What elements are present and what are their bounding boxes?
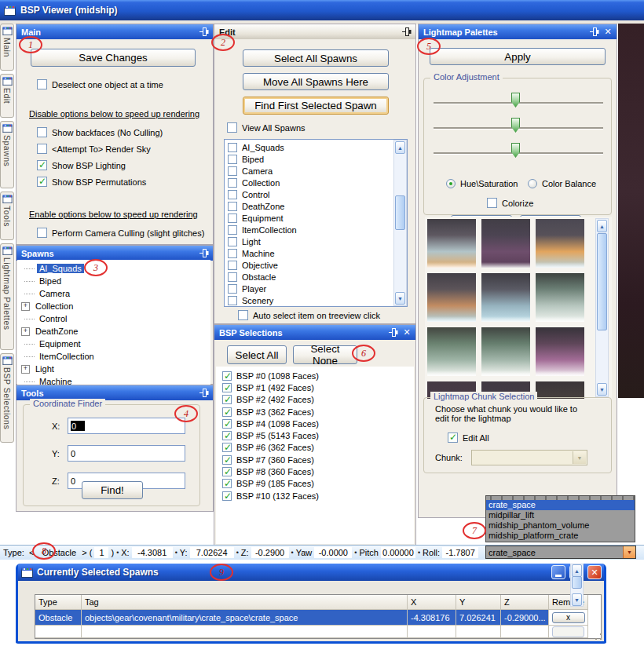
checkbox-show-bsp-lighting[interactable] xyxy=(37,160,47,170)
bsp-item-bsp-6-362-faces[interactable]: BSP #6 (362 Faces) xyxy=(222,442,414,454)
coord-input-y[interactable]: 0 xyxy=(68,445,185,462)
checkbox-control[interactable] xyxy=(228,190,237,199)
checklist-item-deathzone[interactable]: DeathZone xyxy=(228,200,407,212)
pin-icon[interactable] xyxy=(199,249,210,257)
checkbox-deathzone[interactable] xyxy=(228,202,237,211)
pin-icon[interactable] xyxy=(402,27,412,36)
checkbox-bsp-5-5143-faces[interactable] xyxy=(222,431,232,440)
select-all-button[interactable]: Select All xyxy=(227,345,287,364)
column-header-z[interactable]: Z xyxy=(501,595,549,610)
bsp-item-bsp-5-5143-faces[interactable]: BSP #5 (5143 Faces) xyxy=(222,429,414,441)
checkbox-bsp-10-132-faces[interactable] xyxy=(222,491,232,501)
scroll-up-arrow[interactable]: ▲ xyxy=(395,141,405,154)
lightmap-thumbnail-8[interactable] xyxy=(536,327,584,376)
tree-item-light[interactable]: +Light xyxy=(17,363,210,375)
move-all-spawns-button[interactable]: Move All Spawns Here xyxy=(243,73,389,90)
pin-icon[interactable] xyxy=(199,27,210,36)
lightmap-thumbnail-1[interactable] xyxy=(481,219,530,268)
checkbox-machine[interactable] xyxy=(228,249,237,258)
checkbox-bsp-9-185-faces[interactable] xyxy=(222,479,232,488)
checkbox-bsp-3-362-faces[interactable] xyxy=(222,407,232,417)
lightmap-thumbnail-0[interactable] xyxy=(427,219,476,268)
tree-item-itemcollection[interactable]: ItemCollection xyxy=(17,350,210,363)
checkbox-perform-camera-culling-slight-glitches[interactable] xyxy=(37,228,47,238)
bsp-item-bsp-4-1098-faces[interactable]: BSP #4 (1098 Faces) xyxy=(222,418,414,429)
select-all-spawns-button[interactable]: Select All Spawns xyxy=(243,49,389,67)
checklist-item-player[interactable]: Player xyxy=(228,283,407,294)
tree-item-control[interactable]: Control xyxy=(17,312,210,325)
lightmap-thumbnail-5[interactable] xyxy=(536,273,584,322)
scroll-up-arrow[interactable]: ▲ xyxy=(597,220,607,232)
lightmap-thumbnail-7[interactable] xyxy=(481,327,530,376)
bsp-item-bsp-0-1098-faces[interactable]: BSP #0 (1098 Faces) xyxy=(222,370,414,381)
tree-item-equipment[interactable]: Equipment xyxy=(17,338,210,350)
saturation-slider-thumb[interactable] xyxy=(511,118,520,133)
tree-item-biped[interactable]: Biped xyxy=(17,275,210,287)
close-icon[interactable]: ✕ xyxy=(602,27,613,37)
find-button[interactable]: Find! xyxy=(82,481,143,499)
checkbox-attempt-to-render-sky[interactable] xyxy=(37,144,47,154)
scroll-down-arrow[interactable]: ▼ xyxy=(395,292,405,305)
checkbox-player[interactable] xyxy=(228,284,237,294)
chevron-down-icon[interactable]: ▼ xyxy=(623,546,635,558)
checkbox-biped[interactable] xyxy=(228,155,237,164)
lightmap-thumbnail-6[interactable] xyxy=(427,327,476,376)
spawn-combobox[interactable]: crate_space ▼ xyxy=(485,546,636,559)
checkbox-scenery[interactable] xyxy=(228,296,237,305)
checkbox-bsp-7-360-faces[interactable] xyxy=(222,455,232,465)
checkbox-bsp-4-1098-faces[interactable] xyxy=(222,419,232,429)
tree-item-deathzone[interactable]: +DeathZone xyxy=(17,325,210,338)
coord-input-x[interactable]: 0 xyxy=(68,418,185,434)
checklist-item-biped[interactable]: Biped xyxy=(228,153,407,165)
color-balance-radio[interactable] xyxy=(528,179,537,188)
tree-item-ai-squads[interactable]: AI_Squads xyxy=(17,262,210,275)
expand-icon[interactable]: + xyxy=(21,302,30,311)
checklist-item-itemcollection[interactable]: ItemCollection xyxy=(228,224,407,235)
apply-button[interactable]: Apply xyxy=(430,48,606,65)
bsp-item-bsp-10-132-faces[interactable]: BSP #10 (132 Faces) xyxy=(222,490,414,502)
checklist-item-control[interactable]: Control xyxy=(228,188,407,200)
table-scrollbar[interactable]: ▲ ▼ xyxy=(570,564,584,607)
bsp-item-bsp-9-185-faces[interactable]: BSP #9 (185 Faces) xyxy=(222,478,414,490)
checkbox-collection[interactable] xyxy=(228,178,237,188)
scrollbar-thumb[interactable] xyxy=(395,195,405,230)
find-first-selected-spawn-button[interactable]: Find First Selected Spawn xyxy=(243,97,389,115)
tree-item-collection[interactable]: +Collection xyxy=(17,300,210,312)
scroll-up-arrow[interactable]: ▲ xyxy=(572,564,582,577)
remove-button[interactable]: x xyxy=(552,612,585,623)
hue-saturation-radio[interactable] xyxy=(446,179,456,188)
scrollbar-thumb[interactable] xyxy=(597,233,607,330)
checkbox-show-bsp-permutations[interactable] xyxy=(37,177,47,187)
checkbox-camera[interactable] xyxy=(228,166,237,176)
checkbox-equipment[interactable] xyxy=(228,214,237,223)
auto-select-checkbox[interactable] xyxy=(238,310,248,320)
hue-slider-thumb[interactable] xyxy=(511,93,520,108)
lightmap-thumbnail-11[interactable] xyxy=(536,381,584,399)
expand-icon[interactable]: + xyxy=(21,365,30,374)
checklist-item-collection[interactable]: Collection xyxy=(228,177,407,188)
next-arrow[interactable]: > xyxy=(82,548,86,557)
pin-icon[interactable] xyxy=(590,27,600,36)
checklist-item-obstacle[interactable]: Obstacle xyxy=(228,271,407,283)
status-value-y[interactable]: 7.02624 xyxy=(190,547,234,558)
bsp-item-bsp-7-360-faces[interactable]: BSP #7 (360 Faces) xyxy=(222,454,414,465)
status-value-yaw[interactable]: -0.0000 xyxy=(314,547,352,558)
close-button[interactable]: ✕ xyxy=(587,565,602,579)
checkbox-ai-squads[interactable] xyxy=(228,143,237,152)
view-all-spawns-checkbox[interactable] xyxy=(227,122,237,133)
sidebar-tab-main[interactable]: Main xyxy=(0,24,14,71)
scrollbar-thumb[interactable] xyxy=(572,576,582,589)
column-header-tag[interactable]: Tag xyxy=(82,595,408,610)
scroll-down-arrow[interactable]: ▼ xyxy=(572,593,582,606)
checkbox-light[interactable] xyxy=(228,237,237,246)
bsp-item-bsp-1-492-faces[interactable]: BSP #1 (492 Faces) xyxy=(222,381,414,393)
expand-icon[interactable]: + xyxy=(21,327,30,336)
sidebar-tab-spawns[interactable]: Spawns xyxy=(0,121,14,188)
checkbox-bsp-6-362-faces[interactable] xyxy=(222,443,232,452)
deselect-checkbox[interactable] xyxy=(37,79,47,89)
status-value-roll[interactable]: -1.7807 xyxy=(442,547,478,558)
close-icon[interactable]: ✕ xyxy=(401,327,412,338)
checklist-item-light[interactable]: Light xyxy=(228,235,407,247)
chunk-combobox[interactable]: ▼ xyxy=(471,450,587,465)
sidebar-tab-tools[interactable]: Tools xyxy=(0,192,14,240)
